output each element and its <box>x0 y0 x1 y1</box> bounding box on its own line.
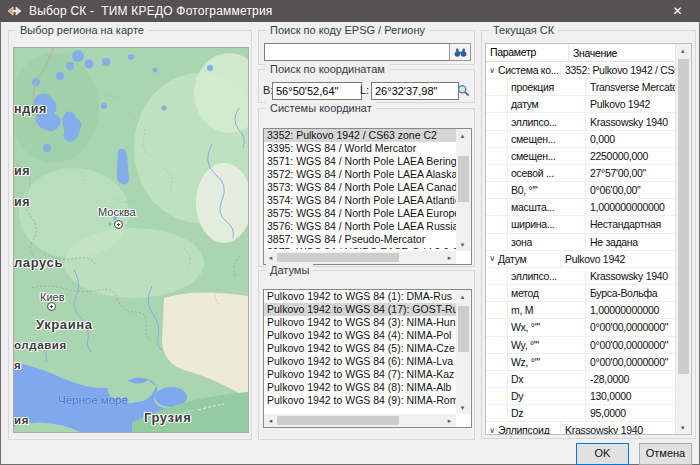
close-icon[interactable]: ✕ <box>655 0 700 22</box>
table-row[interactable]: эллипсо...Krassowsky 1940 <box>486 113 676 130</box>
cs-list-item[interactable]: 3352: Pulkovo 1942 / CS63 zone C2 <box>264 129 456 142</box>
cs-vscroll-thumb[interactable] <box>458 156 469 202</box>
table-row[interactable]: Wy, °'"0°00'00,0000000" <box>486 337 676 354</box>
epsg-search-button[interactable] <box>449 43 471 61</box>
table-row[interactable]: ∨Система ко...3352: Pulkovo 1942 / CS63 … <box>486 62 676 79</box>
datum-list-item[interactable]: Pulkovo 1942 to WGS 84 (9): NIMA-Rom <box>264 394 456 407</box>
table-row[interactable]: B0, °'"0°06'00,00" <box>486 182 676 199</box>
current-cs-label: Текущая СК <box>489 24 558 36</box>
column-header-param[interactable]: Параметр <box>486 44 569 61</box>
datum-list-item[interactable]: Pulkovo 1942 to WGS 84 (17): GOST-Rus <box>264 303 456 316</box>
cs-list-item[interactable]: 3575: WGS 84 / North Pole LAEA Europe <box>264 207 456 220</box>
table-vertical-scrollbar[interactable]: ▴ ▾ <box>675 44 691 434</box>
scroll-left-icon[interactable]: ◂ <box>264 414 277 427</box>
map-label-georgia: Грузия <box>144 410 191 425</box>
table-row[interactable]: Dx-28,0000 <box>486 371 676 388</box>
datums-listbox: Pulkovo 1942 to WGS 84 (1): DMA-Rus Pulk… <box>263 289 472 428</box>
param-cell: Wx, °'" <box>511 321 540 333</box>
param-cell: B0, °'" <box>511 184 538 196</box>
value-cell: 0°00'00,0000000" <box>586 321 676 333</box>
value-cell: Pulkovo 1942 <box>561 253 676 265</box>
datums-horizontal-scrollbar[interactable]: ◂ ▸ <box>264 414 456 427</box>
param-cell: Датум <box>498 253 527 265</box>
table-row[interactable]: Wx, °'"0°00'00,0000000" <box>486 319 676 336</box>
map-label-finland: ндия <box>14 102 47 116</box>
table-row[interactable]: Dy130,0000 <box>486 388 676 405</box>
scroll-up-icon[interactable]: ▴ <box>676 44 689 57</box>
cs-list-item[interactable]: 3571: WGS 84 / North Pole LAEA Bering Se… <box>264 155 456 168</box>
table-row[interactable]: смещен...2250000,000 <box>486 148 676 165</box>
datum-list-item[interactable]: Pulkovo 1942 to WGS 84 (4): NIMA-Pol <box>264 329 456 342</box>
value-cell: 2250000,000 <box>586 150 676 162</box>
table-header: Параметр Значение <box>486 44 676 62</box>
table-row[interactable]: смещен...0,000 <box>486 131 676 148</box>
current-cs-table-body: Параметр Значение ∨Система ко...3352: Pu… <box>486 44 676 434</box>
table-row[interactable]: проекцияTransverse Mercator <box>486 79 676 96</box>
cs-list-item[interactable]: 3395: WGS 84 / World Mercator <box>264 142 456 155</box>
scroll-up-icon[interactable]: ▴ <box>456 129 469 142</box>
table-row[interactable]: методБурса-Вольфа <box>486 285 676 302</box>
cs-list-item[interactable]: 3573: WGS 84 / North Pole LAEA Canada <box>264 181 456 194</box>
param-cell: метод <box>511 287 539 299</box>
table-vscroll-thumb[interactable] <box>678 59 689 374</box>
map-group-label: Выбор региона на карте <box>16 24 148 36</box>
cs-list-item[interactable]: 3857: WGS 84 / Pseudo-Mercator <box>264 233 456 246</box>
table-row[interactable]: m, M1,00000000000 <box>486 302 676 319</box>
coord-search-button[interactable] <box>453 82 473 98</box>
scroll-up-icon[interactable]: ▴ <box>456 290 469 303</box>
datum-list-item[interactable]: Pulkovo 1942 to WGS 84 (3): NIMA-Hun <box>264 316 456 329</box>
datums-vscroll-thumb[interactable] <box>458 306 469 352</box>
datum-list-item[interactable]: Pulkovo 1942 to WGS 84 (1): DMA-Rus <box>264 290 456 303</box>
datums-hscroll-thumb[interactable] <box>277 416 399 425</box>
param-cell: ширина... <box>511 218 555 230</box>
ok-button[interactable]: OK <box>576 443 629 465</box>
cs-list-item-partial[interactable]: 3975: WGS 84 / NSIDC EASE-Grid 2.0 Globa… <box>264 246 456 249</box>
expander-icon[interactable]: ∨ <box>486 66 498 75</box>
table-row[interactable]: ширина...Нестандартная <box>486 216 676 233</box>
value-cell: Не задана <box>586 236 676 248</box>
value-cell: 1,000000000000 <box>586 201 676 213</box>
cancel-button[interactable]: Отмена <box>639 443 692 465</box>
table-row[interactable]: масшта...1,000000000000 <box>486 199 676 216</box>
table-row[interactable]: осевой ...27°57'00,00" <box>486 165 676 182</box>
param-cell: Wz, °'" <box>511 356 540 368</box>
cs-list-item[interactable]: 3574: WGS 84 / North Pole LAEA Atlantic <box>264 194 456 207</box>
datums-vertical-scrollbar[interactable]: ▴ ▾ <box>456 290 471 414</box>
cs-list-item[interactable]: 3576: WGS 84 / North Pole LAEA Russia <box>264 220 456 233</box>
value-cell: 0°06'00,00" <box>586 184 676 196</box>
table-row[interactable]: датумPulkovo 1942 <box>486 96 676 113</box>
datum-list-item[interactable]: Pulkovo 1942 to WGS 84 (8): NIMA-Alb <box>264 381 456 394</box>
scroll-down-icon[interactable]: ▾ <box>676 421 689 434</box>
cs-hscroll-thumb[interactable] <box>277 253 399 262</box>
table-row[interactable]: Dz95,0000 <box>486 405 676 422</box>
expander-icon[interactable]: ∨ <box>486 426 498 435</box>
scroll-left-icon[interactable]: ◂ <box>264 251 277 264</box>
table-row[interactable]: эллипсо...Krassowsky 1940 <box>486 268 676 285</box>
region-map[interactable]: ндия ия ия Москва ларусь Киев Украина ол… <box>14 48 248 432</box>
epsg-search-input[interactable] <box>264 43 454 61</box>
moscow-marker-icon <box>114 220 123 229</box>
table-row[interactable]: зонаНе задана <box>486 234 676 251</box>
table-row[interactable]: ∨ЭллипсоидKrassowsky 1940 <box>486 422 676 435</box>
column-header-value[interactable]: Значение <box>569 47 676 59</box>
b-input[interactable] <box>272 82 362 100</box>
cs-vertical-scrollbar[interactable]: ▴ ▾ <box>456 129 471 251</box>
datum-list-item[interactable]: Pulkovo 1942 to WGS 84 (5): NIMA-Cze <box>264 342 456 355</box>
param-cell: проекция <box>511 81 554 93</box>
param-cell: Эллипсоид <box>498 424 550 435</box>
datum-list-item[interactable]: Pulkovo 1942 to WGS 84 (6): NIMA-Lva <box>264 355 456 368</box>
expander-icon[interactable]: ∨ <box>486 254 498 263</box>
scroll-right-icon[interactable]: ▸ <box>443 251 456 264</box>
cs-list-item[interactable]: 3572: WGS 84 / North Pole LAEA Alaska <box>264 168 456 181</box>
scroll-down-icon[interactable]: ▾ <box>456 401 469 414</box>
l-input[interactable] <box>371 82 459 100</box>
table-row[interactable]: Wz, °'"0°00'00,0000000" <box>486 354 676 371</box>
table-row[interactable]: ∨ДатумPulkovo 1942 <box>486 251 676 268</box>
cs-horizontal-scrollbar[interactable]: ◂ ▸ <box>264 251 456 264</box>
title-bar[interactable]: Выбор СК - ТИМ КРЕДО Фотограмметрия ✕ <box>0 0 700 22</box>
scroll-down-icon[interactable]: ▾ <box>456 238 469 251</box>
datum-list-item[interactable]: Pulkovo 1942 to WGS 84 (7): NIMA-Kaz <box>264 368 456 381</box>
scroll-right-icon[interactable]: ▸ <box>443 414 456 427</box>
dialog-window: { "window": { "title": "Выбор СК - ТИМ К… <box>0 0 700 465</box>
value-cell: 0°00'00,0000000" <box>586 356 676 368</box>
